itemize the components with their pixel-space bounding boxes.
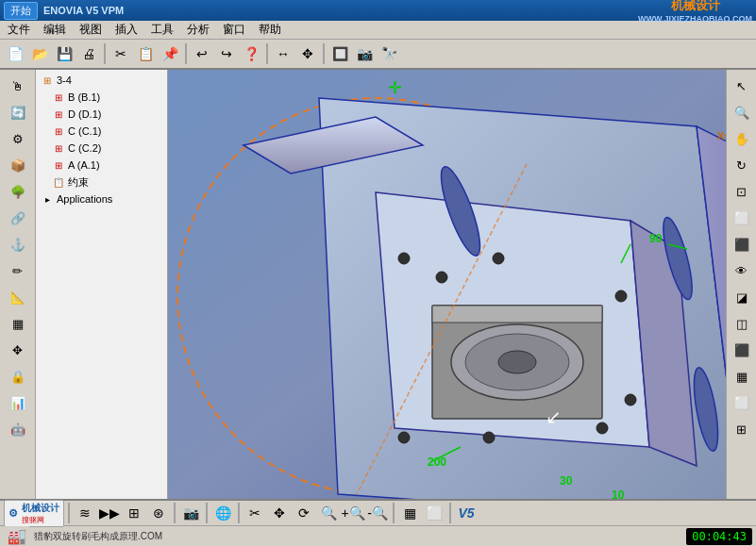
bottom-logo-icon: ⚙ [8,507,18,520]
print-button[interactable]: 🖨 [77,42,100,65]
pan-button[interactable]: ✥ [296,42,319,65]
right-icon-wire[interactable]: ◫ [730,311,754,336]
right-icon-cursor[interactable]: ↖ [730,74,754,98]
cut-button[interactable]: ✂ [109,42,132,65]
right-icon-zoom[interactable]: 🔍 [730,100,754,124]
menu-insert[interactable]: 插入 [109,20,143,40]
render-button[interactable]: 🔲 [328,42,351,65]
start-button[interactable]: 开始 [4,2,38,20]
menu-edit[interactable]: 编辑 [38,20,72,40]
tree-item-applications[interactable]: ▸ Applications [38,190,165,207]
tree-root-icon: ⊞ [40,73,55,88]
right-icon-rotate[interactable]: ↻ [730,153,754,177]
sidebar-icon-constraint[interactable]: 🔒 [6,364,30,389]
tree-item-c1-icon: ⊞ [51,124,66,139]
copy-button[interactable]: 📋 [134,42,157,65]
btm-btn-earth[interactable]: 🌐 [211,502,234,524]
btm-btn-water[interactable]: ≋ [74,502,96,524]
open-button[interactable]: 📂 [28,42,51,65]
svg-text:90: 90 [649,232,663,245]
tree-item-c2[interactable]: ⊞ C (C.2) [38,140,165,157]
tree-item-applications-icon: ▸ [40,191,55,207]
right-icon-grid[interactable]: ▦ [730,364,754,389]
menu-window[interactable]: 窗口 [217,20,251,40]
menu-help[interactable]: 帮助 [253,20,287,40]
right-icon-multi[interactable]: ⊞ [730,417,754,441]
tree-root[interactable]: ⊞ 3-4 [38,72,165,89]
sidebar-icon-robot[interactable]: 🤖 [6,417,30,441]
help-cursor-button[interactable]: ❓ [240,42,262,65]
right-icon-shade[interactable]: ◪ [730,285,754,309]
btm-btn-zoomin[interactable]: +🔍 [342,502,364,524]
undo-button[interactable]: ↩ [191,42,213,65]
svg-text:↙: ↙ [546,406,562,427]
new-button[interactable]: 📄 [4,42,26,65]
sidebar-icon-link[interactable]: 🔗 [6,206,30,230]
tree-item-a[interactable]: ⊞ A (A.1) [38,157,165,174]
tree-root-label: 3-4 [57,74,72,86]
sidebar-icon-layers[interactable]: ▦ [6,311,30,336]
sidebar-icon-box[interactable]: 📦 [6,153,30,177]
save-button[interactable]: 💾 [53,42,76,65]
right-icon-fit[interactable]: ⊡ [730,179,754,204]
bottom-toolbar1: ⚙ 机械设计 搜驱网 ≋ ▶▶ ⊞ ⊛ 📷 🌐 ✂ ✥ ⟳ 🔍 +🔍 -🔍 ▦ … [0,499,756,525]
tree-item-b-label: B (B.1) [68,91,100,103]
right-icon-solid[interactable]: ⬛ [730,338,754,362]
btm-btn-box3[interactable]: ⬜ [423,502,445,524]
btm-btn-zoom2[interactable]: 🔍 [317,502,340,524]
right-icon-pan[interactable]: ✋ [730,126,754,151]
right-icon-box2[interactable]: ⬜ [730,390,754,415]
menu-analyze[interactable]: 分析 [181,20,215,40]
btm-btn-camera[interactable]: 📷 [179,502,202,524]
sidebar-icon-anchor[interactable]: ⚓ [6,232,30,256]
sidebar-icon-rotate[interactable]: 🔄 [6,100,30,124]
sidebar-icon-pencil[interactable]: ✏ [6,258,30,283]
tree-item-c1[interactable]: ⊞ C (C.1) [38,123,165,140]
btm-btn-tool1[interactable]: ⊛ [147,502,170,524]
btm-btn-catia[interactable]: V5 [455,502,478,524]
svg-point-11 [498,351,536,373]
paste-button[interactable]: 📌 [159,42,181,65]
menu-file[interactable]: 文件 [2,20,36,40]
tree-panel: ⊞ 3-4 ⊞ B (B.1) ⊞ D (D.1) ⊞ C (C.1) ⊞ C … [36,70,168,499]
scene-button[interactable]: 🔭 [378,42,400,65]
sidebar-icon-pointer[interactable]: 🖱 [6,74,30,98]
btm-btn-scissors[interactable]: ✂ [244,502,266,524]
tree-item-b[interactable]: ⊞ B (B.1) [38,89,165,106]
svg-point-16 [436,272,447,283]
sidebar-icon-measure[interactable]: 📐 [6,285,30,309]
right-icon-hide[interactable]: 👁 [730,258,754,283]
right-icon-section[interactable]: ⬛ [730,232,754,256]
tree-item-c2-icon: ⊞ [51,141,66,156]
svg-rect-8 [432,306,602,323]
bottom-left-logo: ⚙ 机械设计 搜驱网 [4,500,64,527]
redo-button[interactable]: ↪ [215,42,238,65]
btm-btn-zoomout[interactable]: -🔍 [366,502,389,524]
main-area: 🖱 🔄 ⚙ 📦 🌳 🔗 ⚓ ✏ 📐 ▦ ✥ 🔒 📊 🤖 ⊞ 3-4 ⊞ B (B… [0,70,756,499]
sidebar-icon-analysis[interactable]: 📊 [6,390,30,415]
btm-btn-forward[interactable]: ▶▶ [98,502,121,524]
move-button[interactable]: ↔ [272,42,294,65]
sep4 [323,43,325,64]
logo-site-text: WWW.JIXIEZHAOBIAO.COM [638,14,752,24]
btm-btn-frame[interactable]: ⊞ [123,502,145,524]
btm-btn-move[interactable]: ✥ [268,502,291,524]
sidebar-icon-gear[interactable]: ⚙ [6,126,30,151]
left-sidebar: 🖱 🔄 ⚙ 📦 🌳 🔗 ⚓ ✏ 📐 ▦ ✥ 🔒 📊 🤖 [0,70,36,499]
tree-item-d[interactable]: ⊞ D (D.1) [38,106,165,123]
right-icon-front[interactable]: ⬜ [730,206,754,230]
svg-text:X: X [717,130,725,141]
viewport[interactable]: ✛ 90 200 30 10 ↙ Z Y [168,70,726,499]
watermark-logo: 机械设计 WWW.JIXIEZHAOBIAO.COM [638,0,752,24]
btm-sep5 [393,503,395,523]
sidebar-icon-move[interactable]: ✥ [6,338,30,362]
btm-btn-rotate2[interactable]: ⟳ [293,502,315,524]
status-text: 猎豹双旋转刷毛构成原理.COM [34,530,162,543]
menu-tools[interactable]: 工具 [145,20,179,40]
status-logo-icon: 🏭 [8,527,26,545]
menu-view[interactable]: 视图 [74,20,108,40]
btm-btn-grid2[interactable]: ▦ [398,502,421,524]
tree-item-constraint[interactable]: 📋 约束 [38,174,165,190]
camera-button[interactable]: 📷 [353,42,376,65]
sidebar-icon-tree[interactable]: 🌳 [6,179,30,204]
